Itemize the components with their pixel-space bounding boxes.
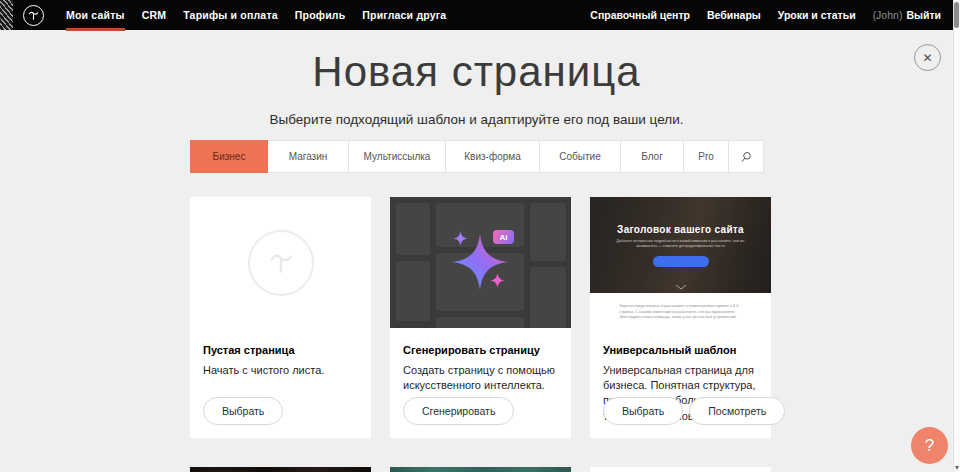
topbar-nav-right: Справочный центр Вебинары Уроки и статьи… — [590, 0, 953, 30]
tab-search[interactable] — [728, 140, 764, 173]
tilda-new-page-screen: Мои сайты CRM Тарифы и оплата Профиль Пр… — [0, 0, 960, 472]
scrollbar-thumb[interactable] — [954, 2, 959, 28]
user-name: (John) — [873, 9, 903, 21]
nav-item-my-sites[interactable]: Мои сайты — [66, 0, 125, 30]
card-description: Начать с чистого листа. — [203, 363, 358, 378]
card-actions: Сгенерировать — [403, 397, 514, 425]
template-card-partial-1[interactable] — [190, 467, 371, 472]
nav-item-webinars[interactable]: Вебинары — [707, 0, 761, 30]
tab-pro[interactable]: Pro — [683, 140, 729, 173]
preview-cta-button — [653, 256, 709, 267]
zigzag-pattern-strip — [0, 0, 13, 30]
scrollbar-down-arrow-icon[interactable] — [955, 466, 959, 470]
top-navigation-bar: Мои сайты CRM Тарифы и оплата Профиль Пр… — [0, 0, 953, 30]
close-icon: ✕ — [922, 51, 932, 65]
close-button[interactable]: ✕ — [914, 44, 941, 71]
preview-text-section: Коротко представьтесь и расскажите о ком… — [590, 293, 771, 328]
nav-item-lessons[interactable]: Уроки и статьи — [778, 0, 856, 30]
tab-multilink[interactable]: Мультиссылка — [348, 140, 446, 173]
chevron-down-icon — [676, 285, 686, 290]
card-actions: Выбрать — [203, 397, 283, 425]
page-title: Новая страница — [0, 48, 953, 96]
generate-button[interactable]: Сгенерировать — [403, 397, 514, 425]
logout-link[interactable]: (John)Выйти — [873, 0, 941, 30]
nav-item-invite-friend[interactable]: Пригласи друга — [362, 0, 446, 30]
preview-subtext: Добавьте интересные подробности о вашей … — [610, 239, 752, 250]
question-icon: ? — [925, 436, 934, 456]
nav-item-profile[interactable]: Профиль — [295, 0, 346, 30]
tilda-tilde-glyph — [264, 246, 298, 280]
card-title: Универсальный шаблон — [603, 344, 758, 356]
preview-heading: Заголовок вашего сайта — [590, 197, 771, 235]
tab-quiz-form[interactable]: Квиз-форма — [445, 140, 540, 173]
scrollbar-track[interactable] — [953, 0, 960, 472]
template-card-ai-generate: AI Сгенерировать страницу Создать страни… — [390, 197, 571, 438]
logout-label: Выйти — [906, 9, 941, 21]
search-icon — [740, 151, 752, 163]
help-button[interactable]: ? — [911, 427, 948, 464]
page-subtitle: Выберите подходящий шаблон и адаптируйте… — [0, 112, 953, 127]
tab-blog[interactable]: Блог — [620, 140, 684, 173]
card-actions: Выбрать Посмотреть — [603, 397, 785, 425]
choose-blank-button[interactable]: Выбрать — [203, 397, 283, 425]
template-card-partial-3[interactable] — [590, 467, 771, 472]
preview-body-text: Коротко представьтесь и расскажите о ком… — [620, 304, 742, 321]
bg-tile — [396, 203, 430, 255]
template-card-blank-page: Пустая страница Начать с чистого листа. … — [190, 197, 371, 438]
small-sparkle-icon — [453, 231, 468, 246]
tilda-logo-icon[interactable] — [23, 5, 44, 26]
card-title: Сгенерировать страницу — [403, 344, 558, 356]
ai-badge: AI — [493, 230, 514, 244]
universal-template-preview: Заголовок вашего сайта Добавьте интересн… — [590, 197, 771, 328]
card-body: Пустая страница Начать с чистого листа. — [190, 328, 371, 378]
template-card-partial-2[interactable] — [390, 467, 571, 472]
blank-page-preview — [190, 197, 371, 328]
view-universal-button[interactable]: Посмотреть — [689, 397, 785, 425]
ai-generate-preview: AI — [390, 197, 571, 328]
tab-event[interactable]: Событие — [539, 140, 621, 173]
nav-item-tariffs[interactable]: Тарифы и оплата — [183, 0, 278, 30]
topbar-nav-left: Мои сайты CRM Тарифы и оплата Профиль Пр… — [66, 0, 446, 30]
tilda-tilde-glyph — [26, 8, 41, 23]
tilda-watermark-icon — [248, 230, 314, 296]
small-sparkle-icon — [490, 273, 505, 288]
template-category-tabs: Бизнес Магазин Мультиссылка Квиз-форма С… — [190, 140, 764, 173]
nav-item-help-center[interactable]: Справочный центр — [590, 0, 690, 30]
choose-universal-button[interactable]: Выбрать — [603, 397, 683, 425]
tab-business[interactable]: Бизнес — [190, 140, 268, 173]
bg-tile — [436, 317, 524, 328]
card-body: Сгенерировать страницу Создать страницу … — [390, 328, 571, 393]
template-card-universal: Заголовок вашего сайта Добавьте интересн… — [590, 197, 771, 438]
bg-tile — [530, 267, 566, 328]
bg-tile — [530, 203, 566, 261]
preview-hero-section: Заголовок вашего сайта Добавьте интересн… — [590, 197, 771, 293]
bg-tile — [396, 261, 430, 321]
card-description: Создать страницу с помощью искусственног… — [403, 363, 558, 393]
card-title: Пустая страница — [203, 344, 358, 356]
tab-shop[interactable]: Магазин — [267, 140, 349, 173]
nav-item-crm[interactable]: CRM — [142, 0, 167, 30]
